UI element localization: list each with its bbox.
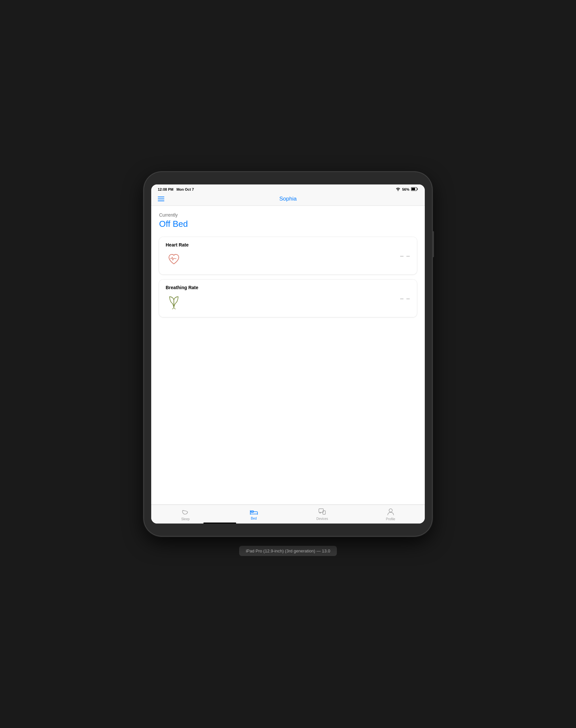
tab-profile-label: Profile xyxy=(386,517,395,521)
tab-sleep-label: Sleep xyxy=(181,517,190,521)
tab-profile[interactable]: Profile xyxy=(356,505,425,524)
bed-icon xyxy=(250,509,258,516)
battery-icon xyxy=(411,187,418,192)
tab-bed-label: Bed xyxy=(251,516,257,520)
breathing-rate-card[interactable]: Breathing Rate xyxy=(159,280,417,317)
sleep-icon xyxy=(182,508,189,516)
wifi-icon xyxy=(396,188,401,192)
breathing-rate-value: – – xyxy=(400,295,410,302)
tab-devices[interactable]: Devices xyxy=(288,505,356,524)
tab-sleep[interactable]: Sleep xyxy=(151,505,220,524)
nav-bar: Sophia xyxy=(151,193,425,206)
status-date: Mon Oct 7 xyxy=(176,188,194,191)
menu-button[interactable] xyxy=(158,197,164,201)
nav-title: Sophia xyxy=(280,196,297,202)
svg-point-14 xyxy=(389,509,392,512)
tab-active-indicator xyxy=(203,523,236,524)
tab-bar: Sleep Bed xyxy=(151,504,425,524)
status-icons: 56% xyxy=(396,187,418,192)
heart-rate-value: – – xyxy=(400,252,410,259)
device-label-wrapper: iPad Pro (12.9-inch) (3rd generation) — … xyxy=(239,540,337,556)
svg-rect-2 xyxy=(417,188,418,190)
breathing-rate-card-left: Breathing Rate xyxy=(166,285,198,312)
status-bar: 12:08 PM Mon Oct 7 56% xyxy=(151,185,425,193)
heart-rate-title: Heart Rate xyxy=(166,242,189,248)
device-label: iPad Pro (12.9-inch) (3rd generation) — … xyxy=(239,546,337,556)
currently-label: Currently xyxy=(159,212,417,218)
main-content: Currently Off Bed Heart Rate – – xyxy=(151,206,425,504)
tab-devices-label: Devices xyxy=(316,517,328,521)
breathing-rate-title: Breathing Rate xyxy=(166,285,198,290)
heart-rate-card[interactable]: Heart Rate – – xyxy=(159,237,417,274)
heart-rate-icon xyxy=(166,251,182,269)
status-value: Off Bed xyxy=(159,219,417,229)
devices-icon xyxy=(318,508,326,516)
breathing-rate-icon xyxy=(166,294,182,312)
svg-rect-11 xyxy=(323,511,325,514)
svg-rect-5 xyxy=(250,512,258,514)
svg-point-0 xyxy=(398,190,398,191)
screen: 12:08 PM Mon Oct 7 56% xyxy=(151,185,425,524)
device-frame: 12:08 PM Mon Oct 7 56% xyxy=(144,172,432,536)
tab-bed[interactable]: Bed xyxy=(220,505,288,524)
battery-percentage: 56% xyxy=(402,188,409,191)
status-time: 12:08 PM xyxy=(158,188,174,191)
status-time-date: 12:08 PM Mon Oct 7 xyxy=(158,188,194,191)
heart-rate-card-left: Heart Rate xyxy=(166,242,189,269)
svg-rect-3 xyxy=(412,188,415,190)
profile-icon xyxy=(387,508,394,516)
